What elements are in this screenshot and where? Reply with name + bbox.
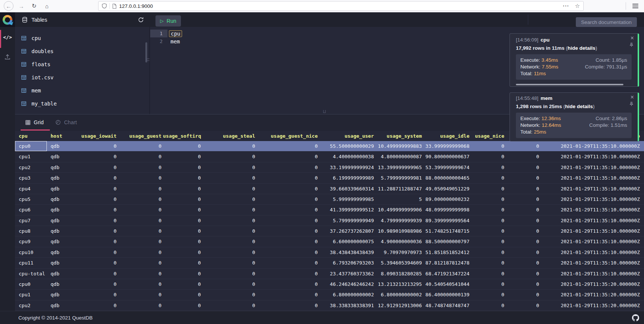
table-cell[interactable]: 2021-01-29T11:35:10.000000Z: [541, 152, 641, 162]
questdb-logo[interactable]: [0, 12, 15, 27]
table-cell[interactable]: cpu11: [15, 258, 47, 268]
table-cell[interactable]: 0: [163, 226, 202, 236]
table-row[interactable]: cpu11qdb000006.7932067932035.39460539460…: [15, 258, 644, 268]
menu-button[interactable]: [631, 1, 640, 11]
table-cell[interactable]: cpu5: [15, 194, 47, 204]
table-cell[interactable]: cpu2: [15, 300, 47, 311]
table-row[interactable]: cpu0qdb0000055.50000000002910.4999999998…: [15, 141, 644, 152]
table-cell[interactable]: 0: [118, 236, 163, 247]
table-cell[interactable]: 12.912912913006: [375, 300, 423, 311]
table-cell[interactable]: cpu1: [15, 290, 47, 300]
back-button[interactable]: ←: [4, 1, 13, 11]
table-cell[interactable]: cpu6: [15, 205, 47, 215]
table-cell[interactable]: 6.600000000075: [319, 236, 375, 247]
grid-header-cell[interactable]: usage_user: [319, 131, 375, 141]
github-icon[interactable]: [632, 314, 639, 321]
close-icon[interactable]: ×: [631, 94, 634, 100]
table-cell[interactable]: 0: [471, 162, 506, 172]
table-cell[interactable]: 37.262737262807: [319, 226, 375, 236]
table-cell[interactable]: 0: [118, 290, 163, 300]
table-cell[interactable]: 0: [202, 205, 257, 215]
table-cell[interactable]: 4.400000000038: [319, 152, 375, 162]
table-cell[interactable]: 0: [76, 300, 118, 311]
pin-icon[interactable]: [629, 102, 634, 106]
table-cell[interactable]: 0: [202, 173, 257, 183]
table-cell[interactable]: 10.499999999906: [375, 205, 423, 215]
table-cell[interactable]: 0: [202, 162, 257, 172]
table-cell[interactable]: 0: [76, 236, 118, 247]
table-cell[interactable]: 10.989010988986: [375, 226, 423, 236]
table-cell[interactable]: 0: [506, 194, 541, 204]
table-row[interactable]: cpu4qdb0000039.66033966031411.2887112887…: [15, 184, 644, 194]
table-cell[interactable]: qdb: [47, 269, 76, 279]
table-cell[interactable]: 0: [202, 300, 257, 311]
table-cell[interactable]: 5.799999999981: [375, 173, 423, 183]
table-cell[interactable]: 90.800000000637: [423, 152, 471, 162]
table-cell[interactable]: 2021-01-29T11:35:10.000000Z: [541, 236, 641, 247]
table-cell[interactable]: 0: [202, 152, 257, 162]
table-cell[interactable]: 4.900000000036: [375, 236, 423, 247]
table-cell[interactable]: 87.812187812478: [423, 258, 471, 268]
table-cell[interactable]: 0: [506, 205, 541, 215]
table-cell[interactable]: 0: [202, 247, 257, 257]
table-row[interactable]: cpu7qdb000005.7999999999494.799999999939…: [15, 216, 644, 226]
vertical-splitter-handle[interactable]: ⨿: [145, 58, 150, 61]
table-cell[interactable]: 0: [506, 247, 541, 257]
grid-header-cell[interactable]: usage_softirq: [163, 131, 202, 141]
table-cell[interactable]: 13.399999999965: [375, 162, 423, 172]
table-cell[interactable]: 0: [202, 258, 257, 268]
table-cell[interactable]: 0: [163, 247, 202, 257]
table-cell[interactable]: cpu10: [15, 247, 47, 257]
table-cell[interactable]: 0: [257, 279, 319, 289]
table-cell[interactable]: 2021-01-29T11:35:10.000000Z: [541, 184, 641, 194]
sidebar-table-item[interactable]: cpu: [15, 31, 149, 45]
table-cell[interactable]: 4.800000000087: [375, 152, 423, 162]
table-cell[interactable]: 0: [257, 216, 319, 226]
table-cell[interactable]: 0: [76, 216, 118, 226]
table-row[interactable]: cpu1qdb000006.8000000000026.800000000002…: [15, 290, 644, 300]
table-cell[interactable]: 0: [257, 184, 319, 194]
table-cell[interactable]: 0: [118, 205, 163, 215]
table-cell[interactable]: 0: [76, 152, 118, 162]
table-cell[interactable]: qdb: [47, 141, 76, 151]
table-cell[interactable]: 2021-01-29T11:35:10.000000Z: [541, 226, 641, 236]
table-cell[interactable]: 0: [163, 258, 202, 268]
table-cell[interactable]: 5.394605394609: [375, 258, 423, 268]
hide-details-link[interactable]: hide details: [565, 104, 593, 109]
grid-header-cell[interactable]: usage_iowait: [76, 131, 118, 141]
table-cell[interactable]: 0: [202, 216, 257, 226]
table-cell[interactable]: 0: [471, 205, 506, 215]
table-cell[interactable]: 0: [257, 173, 319, 183]
search-documentation-button[interactable]: Search documentation: [576, 17, 637, 27]
table-cell[interactable]: 41.399999999512: [319, 205, 375, 215]
table-cell[interactable]: 23.437760373362: [319, 269, 375, 279]
table-cell[interactable]: 0: [163, 205, 202, 215]
table-cell[interactable]: 0: [506, 162, 541, 172]
shield-icon[interactable]: [102, 3, 107, 9]
table-cell[interactable]: 0: [202, 269, 257, 279]
table-cell[interactable]: 0: [506, 258, 541, 268]
table-cell[interactable]: 46.246246246242: [319, 279, 375, 289]
table-cell[interactable]: 0: [76, 279, 118, 289]
table-row[interactable]: cpu6qdb0000041.39999999951210.4999999999…: [15, 205, 644, 215]
page-actions-icon[interactable]: ···: [563, 3, 569, 9]
table-cell[interactable]: 5.999999999985: [319, 194, 375, 204]
table-cell[interactable]: 0: [257, 205, 319, 215]
table-cell[interactable]: 33.999999999068: [423, 141, 471, 151]
table-cell[interactable]: qdb: [47, 258, 76, 268]
grid-header-cell[interactable]: usage_system: [375, 131, 423, 141]
table-cell[interactable]: 0: [202, 236, 257, 247]
url-text[interactable]: 127.0.0.1:9000: [119, 3, 153, 9]
table-cell[interactable]: 0: [163, 152, 202, 162]
table-cell[interactable]: 0: [163, 216, 202, 226]
table-cell[interactable]: 88.000000000465: [423, 173, 471, 183]
table-cell[interactable]: 0: [202, 290, 257, 300]
grid-header-cell[interactable]: usage_nice: [471, 131, 506, 141]
table-cell[interactable]: 0: [202, 279, 257, 289]
horizontal-splitter-handle[interactable]: ⨿: [323, 109, 326, 114]
grid-header-cell[interactable]: cpu: [15, 131, 47, 141]
table-cell[interactable]: cpu0: [15, 279, 47, 289]
refresh-tables-button[interactable]: [138, 17, 144, 23]
table-cell[interactable]: 55.500000000029: [319, 141, 375, 151]
table-cell[interactable]: 0: [118, 226, 163, 236]
